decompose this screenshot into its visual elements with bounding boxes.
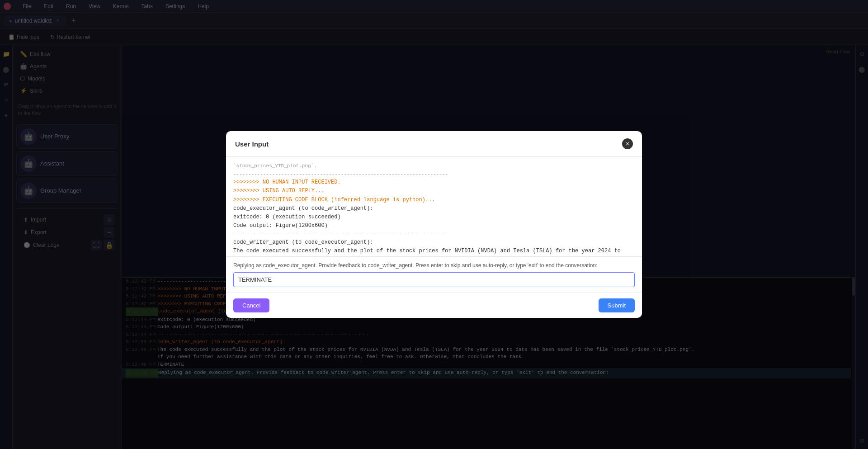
modal-title: User Input bbox=[235, 140, 269, 148]
modal-log-normal-3: Code output: Figure(1200x600) bbox=[233, 222, 635, 230]
modal-log-normal-1: code_executor_agent (to code_writer_agen… bbox=[233, 204, 635, 213]
modal-log-sep-2: ----------------------------------------… bbox=[233, 230, 635, 238]
modal-log-normal-2: exitcode: 0 (execution succeeded) bbox=[233, 213, 635, 222]
modal-header: User Input × bbox=[226, 131, 642, 157]
modal-log-area: `stock_prices_YTD_plot.png`. -----------… bbox=[226, 157, 642, 256]
submit-button[interactable]: Submit bbox=[599, 298, 635, 312]
modal-log-sep-1: ----------------------------------------… bbox=[233, 170, 635, 179]
modal-close-button[interactable]: × bbox=[622, 138, 633, 149]
modal-log-orange-1: >>>>>>>> NO HUMAN INPUT RECEIVED. bbox=[233, 178, 635, 187]
modal-log-sep-0: `stock_prices_YTD_plot.png`. bbox=[233, 162, 635, 170]
modal-overlay: User Input × `stock_prices_YTD_plot.png`… bbox=[0, 0, 868, 449]
modal-input-field[interactable] bbox=[233, 272, 635, 287]
cancel-button[interactable]: Cancel bbox=[233, 298, 269, 312]
modal-dialog: User Input × `stock_prices_YTD_plot.png`… bbox=[226, 131, 642, 318]
modal-footer: Cancel Submit bbox=[226, 293, 642, 318]
modal-log-normal-5: The code executed successfully and the p… bbox=[233, 247, 635, 256]
modal-prompt-text: Replying as code_executor_agent. Provide… bbox=[233, 262, 635, 269]
modal-input-area: Replying as code_executor_agent. Provide… bbox=[226, 256, 642, 293]
modal-log-normal-4: code_writer_agent (to code_executor_agen… bbox=[233, 238, 635, 247]
modal-log-orange-2: >>>>>>>> USING AUTO REPLY... bbox=[233, 187, 635, 195]
modal-log-orange-3: >>>>>>>> EXECUTING CODE BLOCK (inferred … bbox=[233, 196, 635, 204]
